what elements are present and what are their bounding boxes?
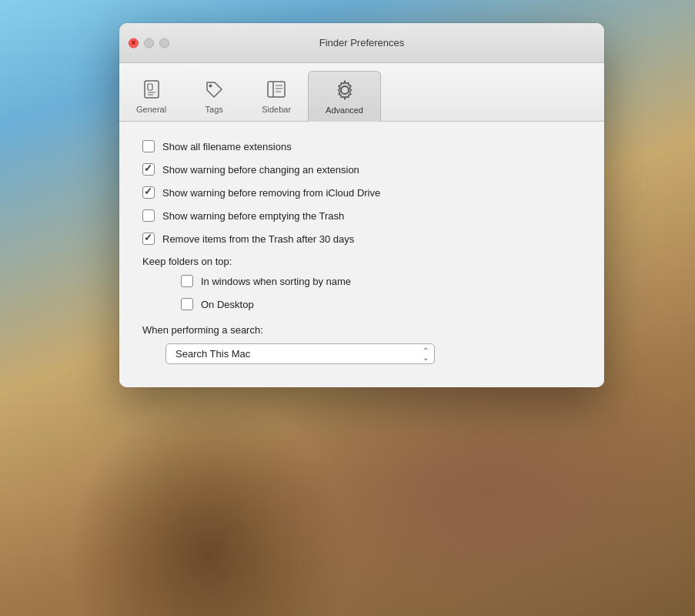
folders-desktop-label[interactable]: On Desktop xyxy=(201,299,254,310)
warn-icloud-label[interactable]: Show warning before removing from iCloud… xyxy=(162,187,380,199)
tab-advanced[interactable]: Advanced xyxy=(308,71,381,122)
sidebar-icon xyxy=(262,75,290,103)
svg-rect-0 xyxy=(145,81,159,98)
checkbox-row-warn-icloud: Show warning before removing from iCloud… xyxy=(142,186,581,199)
tab-tags-label: Tags xyxy=(205,105,223,114)
warn-trash-label[interactable]: Show warning before emptying the Trash xyxy=(162,210,344,222)
tab-advanced-label: Advanced xyxy=(326,105,363,115)
tags-icon xyxy=(200,75,228,103)
svg-point-10 xyxy=(341,86,349,94)
folders-windows-checkbox[interactable] xyxy=(181,275,193,287)
checkbox-row-remove-trash: Remove items from the Trash after 30 day… xyxy=(142,233,581,245)
window-title: Finder Preferences xyxy=(319,37,405,49)
tab-tags[interactable]: Tags xyxy=(183,71,245,121)
general-icon xyxy=(138,75,165,103)
finder-preferences-window: Finder Preferences General xyxy=(119,23,604,387)
search-dropdown-container: Search This Mac Search the Current Folde… xyxy=(165,343,581,364)
content-area: Show all filename extensions Show warnin… xyxy=(119,122,604,387)
titlebar: Finder Preferences xyxy=(119,23,604,63)
warn-change-extension-label[interactable]: Show warning before changing an extensio… xyxy=(162,164,359,176)
folders-windows-label[interactable]: In windows when sorting by name xyxy=(201,276,351,287)
tab-sidebar[interactable]: Sidebar xyxy=(245,71,308,121)
remove-trash-label[interactable]: Remove items from the Trash after 30 day… xyxy=(162,233,354,245)
warn-change-extension-checkbox[interactable] xyxy=(142,163,155,176)
maximize-button[interactable] xyxy=(159,38,169,48)
remove-trash-checkbox[interactable] xyxy=(142,233,155,245)
search-dropdown[interactable]: Search This Mac Search the Current Folde… xyxy=(165,343,435,364)
warn-trash-checkbox[interactable] xyxy=(142,209,155,222)
svg-point-4 xyxy=(209,85,212,88)
checkbox-row-extensions: Show all filename extensions xyxy=(142,140,581,152)
svg-rect-5 xyxy=(268,82,285,97)
warn-icloud-checkbox[interactable] xyxy=(142,186,155,199)
checkbox-row-warn-trash: Show warning before emptying the Trash xyxy=(142,209,581,222)
toolbar: General Tags Si xyxy=(119,63,604,122)
search-dropdown-wrapper: Search This Mac Search the Current Folde… xyxy=(165,343,435,364)
svg-rect-1 xyxy=(148,84,152,90)
gear-icon xyxy=(331,76,359,104)
show-extensions-label[interactable]: Show all filename extensions xyxy=(162,141,292,152)
checkbox-row-folders-windows: In windows when sorting by name xyxy=(181,275,581,287)
checkbox-row-folders-desktop: On Desktop xyxy=(181,298,581,310)
tab-general[interactable]: General xyxy=(119,71,183,121)
keep-folders-label: Keep folders on top: xyxy=(142,256,581,267)
tab-general-label: General xyxy=(136,105,166,114)
minimize-button[interactable] xyxy=(144,38,154,48)
folders-desktop-checkbox[interactable] xyxy=(181,298,193,310)
close-button[interactable] xyxy=(129,38,139,48)
window-controls xyxy=(129,38,169,48)
search-label: When performing a search: xyxy=(142,324,581,336)
checkbox-row-warn-extension: Show warning before changing an extensio… xyxy=(142,163,581,176)
tab-sidebar-label: Sidebar xyxy=(262,105,291,114)
keep-folders-options: In windows when sorting by name On Deskt… xyxy=(181,275,581,310)
show-extensions-checkbox[interactable] xyxy=(142,140,155,152)
